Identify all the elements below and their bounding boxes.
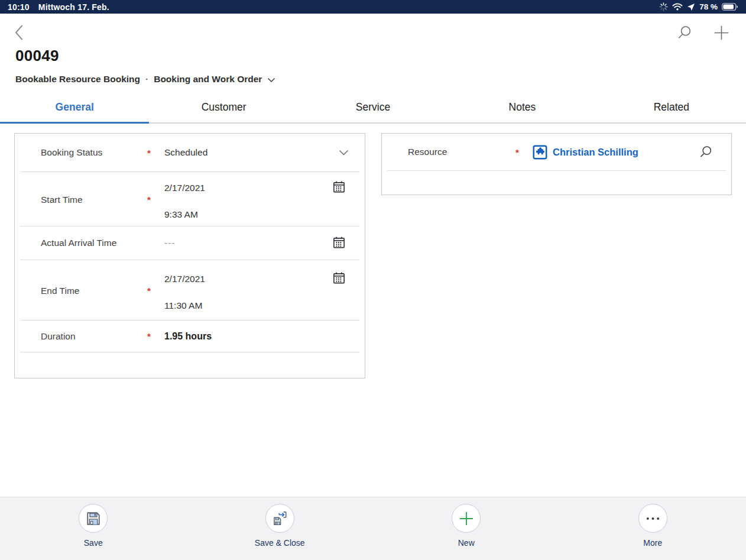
field-label: Resource — [408, 147, 515, 157]
back-chevron-icon[interactable] — [14, 24, 24, 41]
schedule-card: Booking Status * Scheduled Start Time * … — [14, 133, 365, 378]
breadcrumb-separator: · — [145, 74, 148, 85]
save-label: Save — [84, 538, 103, 548]
more-ellipsis-icon[interactable] — [638, 504, 667, 533]
field-label: Duration — [41, 331, 147, 342]
save-button[interactable]: Save — [0, 497, 187, 560]
save-icon[interactable] — [79, 504, 108, 533]
calendar-icon[interactable] — [332, 271, 346, 285]
tab-service[interactable]: Service — [299, 96, 447, 122]
save-close-icon[interactable] — [265, 504, 294, 533]
divider — [387, 170, 726, 171]
status-date: Mittwoch 17. Feb. — [38, 2, 109, 12]
nav-actions — [677, 25, 729, 41]
new-plus-icon[interactable] — [452, 504, 481, 533]
divider — [20, 352, 359, 352]
field-resource[interactable]: Resource * Christian Schilling — [382, 134, 731, 170]
breadcrumb: Bookable Resource Booking · Booking and … — [0, 65, 746, 85]
entity-type-label: Bookable Resource Booking — [15, 74, 140, 85]
field-booking-status[interactable]: Booking Status * Scheduled — [15, 134, 365, 171]
status-bar: 10:10 Mittwoch 17. Feb. — [0, 0, 746, 14]
arrival-time-value[interactable]: --- — [164, 238, 176, 248]
booking-status-value[interactable]: Scheduled — [164, 147, 207, 158]
new-button[interactable]: New — [373, 497, 560, 560]
status-time: 10:10 — [8, 2, 30, 12]
resource-link[interactable]: Christian Schilling — [553, 147, 638, 158]
save-close-button[interactable]: Save & Close — [187, 497, 374, 560]
location-arrow-icon — [687, 3, 695, 11]
field-end-time[interactable]: End Time * 2/17/2021 11:30 AM — [15, 260, 365, 320]
field-label: Start Time — [41, 195, 147, 205]
required-marker: * — [147, 195, 164, 205]
calendar-icon[interactable] — [332, 180, 346, 194]
required-marker: * — [515, 147, 533, 157]
field-label: Booking Status — [41, 147, 147, 158]
start-time-value[interactable]: 9:33 AM — [164, 209, 205, 220]
form-selector[interactable]: Booking and Work Order — [154, 74, 262, 85]
chevron-down-icon[interactable] — [339, 150, 349, 156]
search-icon[interactable] — [677, 25, 692, 40]
tab-general[interactable]: General — [0, 96, 149, 122]
more-label: More — [643, 538, 662, 548]
duration-value[interactable]: 1.95 hours — [164, 331, 212, 342]
field-actual-arrival-time[interactable]: Actual Arrival Time --- — [15, 226, 365, 260]
page-title: 00049 — [0, 42, 746, 65]
bottom-toolbar: Save Save & Close New — [0, 497, 746, 560]
calendar-icon[interactable] — [332, 235, 346, 250]
tab-notes[interactable]: Notes — [447, 96, 596, 122]
tab-related[interactable]: Related — [597, 96, 746, 122]
status-bar-left: 10:10 Mittwoch 17. Feb. — [8, 2, 109, 12]
end-date-value[interactable]: 2/17/2021 — [164, 274, 205, 284]
field-label: End Time — [41, 286, 147, 296]
required-marker: * — [147, 286, 164, 296]
battery-percent: 78 % — [699, 2, 718, 11]
tab-customer[interactable]: Customer — [149, 96, 298, 122]
field-start-time[interactable]: Start Time * 2/17/2021 9:33 AM — [15, 172, 365, 226]
save-close-label: Save & Close — [255, 538, 305, 548]
wifi-icon — [672, 3, 683, 11]
tab-bar: General Customer Service Notes Related — [0, 96, 746, 124]
bookable-resource-entity-icon — [533, 145, 547, 160]
chevron-down-icon[interactable] — [267, 76, 275, 83]
nav-row — [0, 14, 746, 42]
status-bar-right: 78 % — [659, 2, 738, 11]
lookup-search-icon[interactable] — [699, 145, 713, 159]
new-label: New — [458, 538, 475, 548]
field-label: Actual Arrival Time — [41, 238, 147, 248]
resource-card: Resource * Christian Schilling — [381, 133, 732, 195]
required-marker: * — [147, 148, 164, 158]
field-duration[interactable]: Duration * 1.95 hours — [15, 321, 365, 352]
spinner-icon — [659, 2, 668, 11]
add-icon[interactable] — [713, 25, 729, 41]
more-button[interactable]: More — [560, 497, 746, 560]
required-marker: * — [147, 331, 164, 341]
end-time-value[interactable]: 11:30 AM — [164, 300, 205, 311]
start-date-value[interactable]: 2/17/2021 — [164, 183, 205, 193]
battery-icon — [722, 3, 738, 11]
